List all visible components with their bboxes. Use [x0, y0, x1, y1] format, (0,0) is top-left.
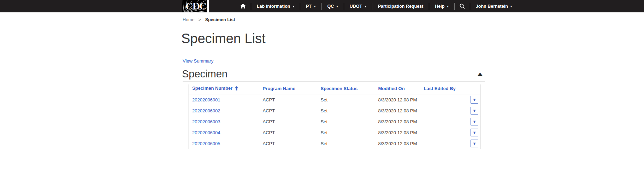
nav-item-label: Help: [435, 4, 444, 9]
section-title: Specimen: [182, 68, 228, 80]
chevron-down-icon: ▾: [447, 5, 449, 8]
specimen-table: Specimen Number Program Name Specimen St…: [188, 84, 480, 149]
page-title: Specimen List: [181, 31, 266, 46]
nav-item-qc[interactable]: QC ▾: [322, 0, 344, 12]
nav-item-label: Participation Request: [378, 4, 424, 9]
specimen-status-cell: Set: [317, 116, 375, 127]
program-name-cell: ACPT: [259, 127, 317, 138]
program-name-cell: ACPT: [259, 138, 317, 149]
table-row: 20202006003 ACPT Set 8/3/2020 12:08 PM ▾: [189, 116, 481, 127]
row-actions-dropdown-button[interactable]: ▾: [471, 107, 478, 114]
chevron-down-icon: ▾: [473, 130, 475, 135]
specimen-number-link[interactable]: 20202006001: [192, 97, 220, 102]
user-menu[interactable]: John Bernstein ▾: [470, 0, 518, 12]
collapse-arrow-icon: ▲: [475, 71, 485, 78]
column-header-actions: [463, 84, 481, 94]
row-actions-dropdown-button[interactable]: ▾: [471, 129, 478, 136]
chevron-down-icon: ▾: [510, 5, 512, 8]
modified-on-cell: 8/3/2020 12:08 PM: [375, 94, 420, 105]
program-name-cell: ACPT: [259, 116, 317, 127]
chevron-down-icon: ▾: [473, 141, 475, 146]
nav-item-participation-request[interactable]: Participation Request: [372, 0, 429, 12]
modified-on-cell: 8/3/2020 12:08 PM: [375, 116, 420, 127]
modified-on-cell: 8/3/2020 12:08 PM: [375, 127, 420, 138]
table-header-row: Specimen Number Program Name Specimen St…: [189, 84, 481, 94]
specimen-status-cell: Set: [317, 138, 375, 149]
cdc-logo-text: CDC: [185, 1, 206, 12]
table-row: 20202006001 ACPT Set 8/3/2020 12:08 PM ▾: [189, 94, 481, 105]
column-header-specimen-status[interactable]: Specimen Status: [317, 84, 375, 94]
chevron-down-icon: ▾: [293, 5, 294, 8]
last-edited-by-cell: [420, 138, 463, 149]
program-name-cell: ACPT: [259, 105, 317, 116]
breadcrumb-home-link[interactable]: Home: [183, 17, 194, 22]
specimen-number-link[interactable]: 20202006002: [192, 108, 220, 113]
nav-item-lab-information[interactable]: Lab Information ▾: [251, 0, 300, 12]
last-edited-by-cell: [420, 116, 463, 127]
specimen-section-header: Specimen ▲: [182, 68, 485, 81]
specimen-number-link[interactable]: 20202006004: [192, 130, 220, 135]
table-row: 20202006005 ACPT Set 8/3/2020 12:08 PM ▾: [189, 138, 481, 149]
specimen-status-cell: Set: [317, 105, 375, 116]
nav-item-udot[interactable]: UDOT ▾: [344, 0, 372, 12]
specimen-status-cell: Set: [317, 127, 375, 138]
chevron-down-icon: ▾: [314, 5, 316, 8]
chevron-down-icon: ▾: [473, 108, 475, 113]
chevron-down-icon: ▾: [336, 5, 338, 8]
nav-item-label: Lab Information: [257, 4, 290, 9]
column-header-modified-on[interactable]: Modified On: [375, 84, 420, 94]
specimen-number-link[interactable]: 20202006005: [192, 141, 220, 146]
nav-item-label: PT: [306, 4, 312, 9]
last-edited-by-cell: [420, 105, 463, 116]
search-icon: [460, 4, 465, 9]
modified-on-cell: 8/3/2020 12:08 PM: [375, 138, 420, 149]
section-divider: [183, 81, 485, 82]
last-edited-by-cell: [420, 127, 463, 138]
nav-item-label: QC: [327, 4, 334, 9]
chevron-down-icon: ▾: [473, 98, 475, 102]
home-icon: [240, 4, 246, 9]
breadcrumb: Home > Specimen List: [183, 17, 235, 22]
nav-item-help[interactable]: Help ▾: [429, 0, 454, 12]
program-name-cell: ACPT: [259, 94, 317, 105]
table-row: 20202006004 ACPT Set 8/3/2020 12:08 PM ▾: [189, 127, 481, 138]
view-summary-link[interactable]: View Summary: [183, 58, 213, 64]
collapse-section-button[interactable]: ▲: [475, 71, 485, 78]
last-edited-by-cell: [420, 94, 463, 105]
row-actions-dropdown-button[interactable]: ▾: [471, 118, 478, 125]
title-divider: [183, 52, 485, 52]
chevron-down-icon: ▾: [365, 5, 366, 8]
column-header-last-edited-by[interactable]: Last Edited By: [420, 84, 463, 94]
home-button[interactable]: [235, 0, 251, 12]
modified-on-cell: 8/3/2020 12:08 PM: [375, 105, 420, 116]
table-row: 20202006002 ACPT Set 8/3/2020 12:08 PM ▾: [189, 105, 481, 116]
specimen-status-cell: Set: [317, 94, 375, 105]
nav-item-label: UDOT: [350, 4, 362, 9]
row-actions-dropdown-button[interactable]: ▾: [471, 140, 478, 147]
chevron-down-icon: ▾: [473, 119, 475, 124]
breadcrumb-separator-icon: >: [199, 17, 201, 22]
cdc-logo[interactable]: CDC: [182, 0, 209, 12]
breadcrumb-current: Specimen List: [205, 17, 235, 22]
nav-menu: Lab Information ▾ PT ▾ QC ▾ UDOT ▾ Parti…: [235, 0, 518, 12]
column-header-specimen-number[interactable]: Specimen Number: [189, 84, 259, 94]
specimen-number-link[interactable]: 20202006003: [192, 119, 220, 124]
nav-item-pt[interactable]: PT ▾: [300, 0, 321, 12]
user-name: John Bernstein: [476, 4, 508, 9]
search-button[interactable]: [455, 0, 470, 12]
row-actions-dropdown-button[interactable]: ▾: [471, 96, 478, 104]
column-header-program-name[interactable]: Program Name: [259, 84, 317, 94]
sort-ascending-icon: [235, 86, 238, 92]
top-navbar: CDC Lab Information ▾ PT ▾ QC ▾ UDOT ▾: [0, 0, 644, 12]
